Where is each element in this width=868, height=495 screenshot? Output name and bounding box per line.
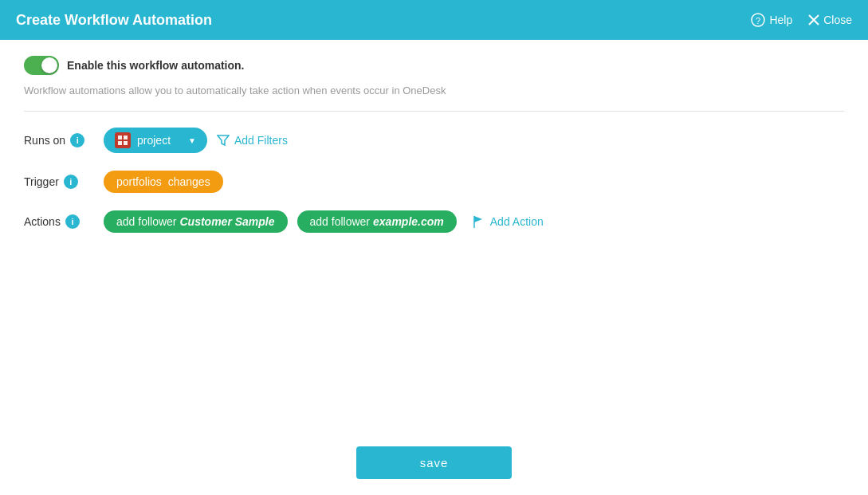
flag-icon bbox=[471, 214, 485, 229]
action-1-label: add follower bbox=[116, 215, 177, 228]
header-actions: ? Help Close bbox=[751, 13, 852, 27]
trigger-event-label: changes bbox=[168, 175, 210, 188]
svg-rect-7 bbox=[124, 141, 128, 145]
action-2-label: add follower bbox=[310, 215, 371, 228]
add-filters-label: Add Filters bbox=[234, 134, 288, 147]
action-badge-2[interactable]: add follower example.com bbox=[297, 210, 457, 233]
action-2-value: example.com bbox=[373, 215, 444, 228]
help-icon: ? bbox=[751, 13, 765, 27]
trigger-type: portfolios bbox=[116, 175, 162, 188]
close-icon bbox=[808, 14, 819, 26]
trigger-label: Trigger i bbox=[24, 175, 104, 189]
svg-rect-5 bbox=[124, 136, 128, 139]
project-icon bbox=[115, 132, 131, 148]
modal-content: Enable this workflow automation. Workflo… bbox=[0, 40, 868, 430]
actions-info-icon[interactable]: i bbox=[65, 214, 80, 229]
action-badge-1[interactable]: add follower Customer Sample bbox=[104, 210, 288, 233]
runs-on-controls: project ▼ Add Filters bbox=[104, 128, 288, 153]
runs-on-label: Runs on i bbox=[24, 133, 104, 147]
dropdown-arrow-icon: ▼ bbox=[188, 136, 196, 145]
trigger-info-icon[interactable]: i bbox=[64, 175, 78, 189]
trigger-badge[interactable]: portfolios changes bbox=[104, 171, 223, 193]
description-text: Workflow automations allow you to automa… bbox=[24, 84, 844, 96]
action-1-value: Customer Sample bbox=[180, 215, 275, 228]
svg-rect-4 bbox=[118, 136, 122, 139]
add-filters-button[interactable]: Add Filters bbox=[217, 134, 288, 147]
divider bbox=[24, 111, 844, 112]
help-label: Help bbox=[769, 14, 792, 26]
enable-row: Enable this workflow automation. bbox=[24, 56, 844, 75]
runs-on-row: Runs on i project bbox=[24, 128, 844, 153]
filter-icon bbox=[217, 134, 230, 147]
enable-label: Enable this workflow automation. bbox=[67, 59, 244, 72]
project-dropdown-value: project bbox=[137, 134, 171, 147]
modal-create-workflow: Create Workflow Automation ? Help Close bbox=[0, 0, 868, 495]
save-button[interactable]: save bbox=[356, 446, 513, 479]
svg-marker-8 bbox=[218, 136, 229, 145]
project-dropdown[interactable]: project ▼ bbox=[104, 128, 207, 153]
enable-toggle[interactable] bbox=[24, 56, 59, 75]
svg-text:?: ? bbox=[756, 16, 760, 26]
actions-row: Actions i add follower Customer Sample a… bbox=[24, 210, 844, 233]
trigger-controls: portfolios changes bbox=[104, 171, 223, 193]
modal-footer: save bbox=[0, 430, 868, 495]
close-label: Close bbox=[823, 14, 852, 26]
add-action-label: Add Action bbox=[490, 215, 544, 228]
trigger-row: Trigger i portfolios changes bbox=[24, 171, 844, 193]
form-rows: Runs on i project bbox=[24, 128, 844, 414]
actions-label: Actions i bbox=[24, 214, 104, 229]
add-action-button[interactable]: Add Action bbox=[471, 214, 544, 229]
runs-on-info-icon[interactable]: i bbox=[70, 133, 84, 147]
modal-title: Create Workflow Automation bbox=[16, 12, 212, 29]
modal-header: Create Workflow Automation ? Help Close bbox=[0, 0, 868, 40]
actions-controls: add follower Customer Sample add followe… bbox=[104, 210, 544, 233]
close-button[interactable]: Close bbox=[808, 14, 852, 26]
help-button[interactable]: ? Help bbox=[751, 13, 792, 27]
svg-rect-6 bbox=[118, 141, 122, 145]
